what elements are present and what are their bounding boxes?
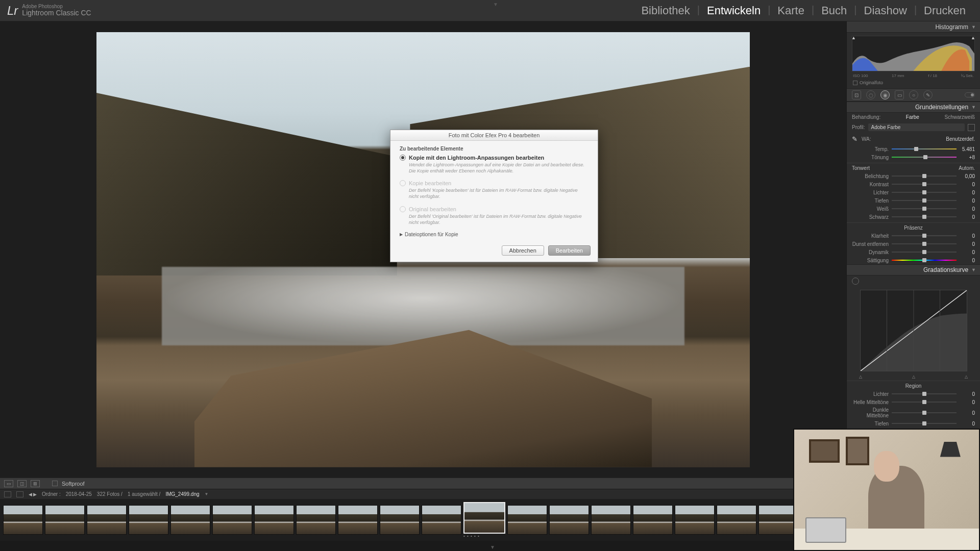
original-photo-toggle[interactable]: Originalfoto (847, 79, 980, 88)
treatment-color[interactable]: Farbe (906, 114, 919, 120)
curve-0-value[interactable]: 0 (957, 391, 975, 397)
tone-0-slider[interactable] (892, 173, 957, 179)
thumbnail[interactable] (633, 505, 673, 535)
radio-selected-icon[interactable] (400, 155, 406, 161)
thumbnail[interactable] (717, 505, 756, 535)
thumbnail-selected[interactable] (463, 502, 505, 534)
thumbnail[interactable] (212, 505, 252, 535)
tone-3-slider[interactable] (892, 197, 957, 204)
curve-split-icon[interactable]: △ (859, 374, 862, 379)
profile-browser-icon[interactable] (968, 124, 975, 131)
eyedropper-icon[interactable]: ✎ (852, 135, 857, 143)
thumbnail[interactable] (758, 505, 798, 535)
profile-dropdown[interactable]: Adobe Farbe (868, 123, 965, 131)
thumbnail[interactable] (675, 505, 715, 535)
collapse-top-arrow[interactable]: ▼ (493, 2, 498, 7)
curve-1-slider[interactable] (892, 399, 957, 405)
thumbnail[interactable] (591, 505, 631, 535)
thumbnail[interactable] (338, 505, 378, 535)
histogram-header[interactable]: Histogramm ▼ (847, 21, 980, 33)
presence-3-slider[interactable] (892, 257, 957, 263)
second-window-icon[interactable] (4, 491, 11, 497)
curve-panel-header[interactable]: Gradationskurve ▼ (847, 264, 980, 276)
curve-split-icon[interactable]: △ (912, 374, 915, 379)
wb-dropdown[interactable]: Benutzerdef. (946, 136, 975, 142)
curve-1-value[interactable]: 0 (957, 399, 975, 405)
thumbnail[interactable] (380, 505, 420, 535)
softproof-checkbox[interactable] (52, 481, 58, 486)
collapse-bottom-arrow[interactable]: ▼ (490, 544, 495, 550)
temp-slider[interactable] (892, 146, 957, 152)
thumbnail[interactable] (129, 505, 168, 535)
tint-slider[interactable] (892, 154, 957, 160)
thumbnail[interactable] (254, 505, 294, 535)
histogram-graph[interactable]: ▲ ▲ (852, 36, 975, 71)
tone-3-value[interactable]: 0 (957, 198, 975, 204)
grid-view-icon[interactable] (16, 491, 23, 497)
treatment-bw[interactable]: Schwarzweiß (945, 114, 975, 120)
thumbnail[interactable] (507, 505, 547, 535)
thumbnail[interactable] (422, 505, 461, 535)
presence-0-value[interactable]: 0 (957, 233, 975, 239)
presence-1-value[interactable]: 0 (957, 241, 975, 247)
brush-tool-icon[interactable]: ✎ (923, 90, 933, 99)
module-develop[interactable]: Entwickeln (700, 4, 768, 17)
tone-2-slider[interactable] (892, 189, 957, 195)
tone-curve[interactable] (860, 290, 967, 371)
module-slideshow[interactable]: Diashow (857, 4, 914, 17)
compare-view-icon[interactable]: ◫ (17, 480, 27, 487)
grad-tool-icon[interactable]: ▭ (895, 90, 904, 99)
file-options-disclosure[interactable]: ▶ Dateioptionen für Kopie (400, 232, 589, 237)
presence-2-slider[interactable] (892, 249, 957, 255)
thumbnail[interactable] (170, 505, 210, 535)
presence-3-value[interactable]: 0 (957, 258, 975, 263)
module-book[interactable]: Buch (814, 4, 854, 17)
thumbnail[interactable] (3, 505, 43, 535)
presence-2-value[interactable]: 0 (957, 249, 975, 255)
canvas-area[interactable]: Foto mit Color Efex Pro 4 bearbeiten Zu … (0, 21, 846, 478)
thumbnail[interactable] (549, 505, 589, 535)
panel-switch[interactable] (965, 92, 975, 97)
tint-value[interactable]: +8 (957, 155, 975, 160)
tone-4-slider[interactable] (892, 206, 957, 212)
thumbnail[interactable] (45, 505, 85, 535)
cancel-button[interactable]: Abbrechen (502, 245, 544, 256)
module-print[interactable]: Drucken (917, 4, 973, 17)
tone-1-value[interactable]: 0 (957, 182, 975, 187)
spot-tool-icon[interactable]: ◌ (866, 90, 875, 99)
folder-value[interactable]: 2018-04-25 (66, 491, 92, 497)
curve-3-value[interactable]: 0 (957, 421, 975, 427)
curve-2-value[interactable]: 0 (957, 410, 975, 416)
curve-0-slider[interactable] (892, 391, 957, 397)
loupe-view-icon[interactable]: ▭ (4, 480, 13, 487)
radial-tool-icon[interactable]: ○ (909, 90, 918, 99)
tone-1-slider[interactable] (892, 181, 957, 187)
before-after-icon[interactable]: ⊞ (31, 480, 40, 487)
edit-button[interactable]: Bearbeiten (548, 245, 591, 256)
crop-tool-icon[interactable]: ⊡ (852, 90, 861, 99)
checkbox-icon[interactable] (853, 81, 857, 85)
tone-5-slider[interactable] (892, 214, 957, 220)
dropdown-arrow-icon[interactable]: ▼ (205, 492, 209, 496)
tone-4-value[interactable]: 0 (957, 206, 975, 212)
basic-panel-header[interactable]: Grundeinstellungen ▼ (847, 102, 980, 113)
module-library[interactable]: Bibliothek (634, 4, 697, 17)
curve-target-icon[interactable] (852, 278, 859, 285)
tone-2-value[interactable]: 0 (957, 190, 975, 195)
clip-shadow-icon[interactable]: ▲ (851, 35, 856, 40)
tone-0-value[interactable]: 0,00 (957, 173, 975, 179)
curve-2-slider[interactable] (892, 410, 957, 416)
temp-value[interactable]: 5.481 (957, 146, 975, 152)
redeye-tool-icon[interactable]: ◉ (880, 90, 890, 99)
tone-5-value[interactable]: 0 (957, 214, 975, 220)
nav-fwd-icon[interactable]: ▶ (33, 492, 37, 497)
thumbnail[interactable] (87, 505, 127, 535)
nav-back-icon[interactable]: ◀ (29, 492, 32, 497)
curve-3-slider[interactable] (892, 420, 957, 427)
presence-1-slider[interactable] (892, 241, 957, 247)
option-copy-with-adjustments[interactable]: Kopie mit den Lightroom-Anpassungen bear… (400, 155, 589, 174)
presence-0-slider[interactable] (892, 233, 957, 239)
thumbnail[interactable] (296, 505, 336, 535)
auto-button[interactable]: Autom. (959, 165, 980, 171)
clip-highlight-icon[interactable]: ▲ (971, 35, 975, 40)
